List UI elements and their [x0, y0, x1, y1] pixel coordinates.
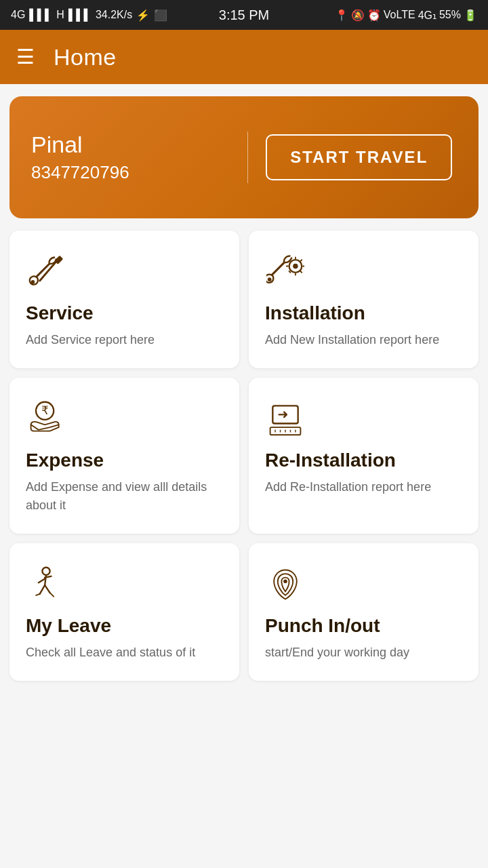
- usb-icon: ⚡: [136, 9, 150, 22]
- svg-point-3: [268, 277, 272, 281]
- mute-icon: 🔕: [351, 9, 365, 22]
- service-card[interactable]: Service Add Service report here: [9, 231, 239, 368]
- user-info: Pinal 8347720796: [31, 132, 248, 183]
- service-title: Service: [26, 302, 223, 324]
- menu-grid: Service Add Service report here Installa…: [9, 231, 479, 681]
- h-network-icon: H: [56, 9, 64, 21]
- status-time: 3:15 PM: [219, 7, 269, 23]
- leave-icon: [26, 564, 66, 604]
- expense-desc: Add Expense and view alll details about …: [26, 478, 223, 515]
- punchinout-desc: start/End your working day: [265, 644, 462, 662]
- installation-title: Installation: [265, 302, 462, 324]
- app-header: ☰ Home: [0, 30, 488, 84]
- expense-icon: ₹: [26, 398, 66, 439]
- menu-icon[interactable]: ☰: [16, 47, 35, 67]
- expense-card[interactable]: ₹ Expense Add Expense and view alll deta…: [9, 378, 239, 534]
- volte-icon: VoLTE: [384, 9, 415, 21]
- speed-indicator: 34.2K/s: [96, 9, 132, 21]
- hero-card: Pinal 8347720796 START TRAVEL: [9, 96, 479, 218]
- svg-text:₹: ₹: [41, 404, 49, 417]
- installation-card[interactable]: Installation Add New Installation report…: [249, 231, 479, 368]
- service-icon: [26, 251, 66, 292]
- page-title: Home: [54, 44, 117, 71]
- 4g1-icon: 4G₁: [418, 9, 436, 22]
- svg-point-17: [283, 579, 287, 583]
- reinstallation-icon: [265, 398, 306, 439]
- status-left-icons: 4G ▌▌▌ H ▌▌▌ 34.2K/s ⚡ ⬛: [11, 9, 167, 22]
- h-signal-icon: ▌▌▌: [68, 9, 92, 21]
- punchinout-card[interactable]: Punch In/out start/End your working day: [249, 543, 479, 681]
- start-travel-button[interactable]: START TRAVEL: [266, 134, 452, 180]
- alarm-icon: ⏰: [367, 9, 381, 22]
- myleave-desc: Check all Leave and status of it: [26, 644, 223, 662]
- installation-desc: Add New Installation report here: [265, 331, 462, 349]
- battery-percent: 55%: [439, 9, 461, 21]
- installation-icon: [265, 251, 306, 292]
- reinstallation-card[interactable]: Re-Installation Add Re-Installation repo…: [249, 378, 479, 534]
- svg-point-5: [293, 264, 298, 269]
- status-bar: 4G ▌▌▌ H ▌▌▌ 34.2K/s ⚡ ⬛ 3:15 PM 📍 🔕 ⏰ V…: [0, 0, 488, 30]
- battery-icon: 🔋: [464, 9, 477, 22]
- svg-point-15: [42, 568, 49, 575]
- reinstallation-title: Re-Installation: [265, 450, 462, 471]
- app-icon-small: ⬛: [154, 9, 167, 22]
- location-icon: 📍: [335, 9, 348, 22]
- status-right-icons: 📍 🔕 ⏰ VoLTE 4G₁ 55% 🔋: [335, 9, 477, 22]
- user-phone: 8347720796: [31, 162, 227, 183]
- network-icon: 4G: [11, 9, 25, 21]
- service-desc: Add Service report here: [26, 331, 223, 349]
- travel-btn-wrapper: START TRAVEL: [248, 134, 458, 180]
- signal-icon: ▌▌▌: [29, 9, 52, 21]
- myleave-card[interactable]: My Leave Check all Leave and status of i…: [9, 543, 239, 681]
- user-name: Pinal: [31, 132, 227, 158]
- punchinout-title: Punch In/out: [265, 615, 462, 637]
- reinstallation-desc: Add Re-Installation report here: [265, 478, 462, 496]
- punch-icon: [265, 564, 306, 604]
- svg-point-0: [31, 280, 35, 284]
- expense-title: Expense: [26, 450, 223, 471]
- myleave-title: My Leave: [26, 615, 223, 637]
